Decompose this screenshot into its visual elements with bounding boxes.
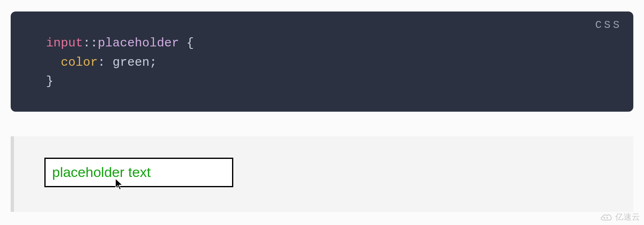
token-value: green — [113, 55, 150, 69]
code-content: input::placeholder { color: green; } — [11, 34, 633, 91]
token-selector-op: :: — [83, 36, 98, 50]
cloud-icon — [599, 213, 613, 222]
language-label: CSS — [595, 19, 622, 31]
watermark: 亿速云 — [599, 211, 640, 223]
demo-block: placeholder text — [11, 136, 633, 212]
token-property: color — [61, 55, 98, 69]
token-brace-open: { — [186, 36, 194, 50]
svg-point-1 — [607, 217, 608, 218]
token-selector-pseudo: placeholder — [98, 36, 179, 50]
demo-placeholder-text: placeholder text — [52, 164, 151, 180]
watermark-text: 亿速云 — [615, 211, 640, 223]
code-block: CSS input::placeholder { color: green; } — [11, 11, 633, 112]
demo-input-field[interactable]: placeholder text — [44, 158, 233, 187]
token-colon: : — [98, 55, 105, 69]
svg-point-0 — [604, 217, 605, 218]
token-brace-close: } — [46, 74, 53, 88]
token-semicolon: ; — [150, 55, 157, 69]
token-selector-tag: input — [46, 36, 83, 50]
